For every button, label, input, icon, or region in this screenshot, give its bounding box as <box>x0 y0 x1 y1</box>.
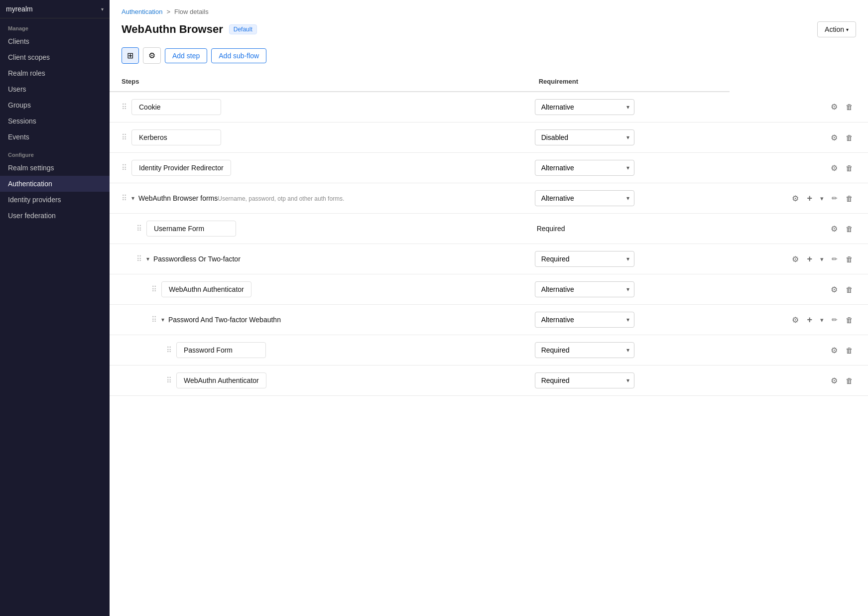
settings-icon-button[interactable]: ⚙ <box>828 100 841 114</box>
table-row: ⠿▾Password And Two-factor WebauthnAltern… <box>110 305 868 335</box>
add-icon-button[interactable]: + <box>804 191 815 206</box>
drag-handle[interactable]: ⠿ <box>122 103 126 112</box>
requirement-select[interactable]: AlternativeRequiredDisabledConditional <box>535 160 634 176</box>
step-name-box: Username Form <box>146 221 236 237</box>
breadcrumb-parent-link[interactable]: Authentication <box>122 8 162 15</box>
delete-icon-button[interactable]: 🗑 <box>843 253 856 265</box>
requirement-select[interactable]: AlternativeRequiredDisabledConditional <box>535 372 634 388</box>
requirement-select[interactable]: AlternativeRequiredDisabledConditional <box>535 99 634 115</box>
delete-icon-button[interactable]: 🗑 <box>843 344 856 357</box>
main-content: Authentication > Flow details WebAuthn B… <box>110 0 868 616</box>
drag-handle[interactable]: ⠿ <box>151 285 156 294</box>
delete-icon-button[interactable]: 🗑 <box>843 162 856 174</box>
drag-handle[interactable]: ⠿ <box>166 346 171 355</box>
configure-section-label: Configure <box>0 145 110 160</box>
sidebar: myrealm ▾ Manage Clients Client scopes R… <box>0 0 110 616</box>
delete-icon-button[interactable]: 🗑 <box>843 223 856 235</box>
requirement-select[interactable]: AlternativeRequiredDisabledConditional <box>535 312 634 328</box>
sidebar-item-sessions[interactable]: Sessions <box>0 113 110 129</box>
sidebar-item-users[interactable]: Users <box>0 81 110 97</box>
add-icon-button[interactable]: + <box>804 252 815 266</box>
drag-handle[interactable]: ⠿ <box>166 376 171 385</box>
table-row: ⠿Username FormRequired⚙🗑 <box>110 214 868 244</box>
expand-chevron-icon[interactable]: ▾ <box>131 195 134 202</box>
sidebar-item-events[interactable]: Events <box>0 129 110 145</box>
delete-icon-button[interactable]: 🗑 <box>843 131 856 144</box>
add-step-button[interactable]: Add step <box>165 48 207 63</box>
delete-icon-button[interactable]: 🗑 <box>843 314 856 326</box>
flow-table: Steps Requirement ⠿CookieAlternativeRequ… <box>110 72 868 396</box>
settings-icon-button[interactable]: ⚙ <box>789 313 802 327</box>
col-requirement-header: Requirement <box>527 72 730 92</box>
action-label: Action <box>825 25 844 33</box>
sidebar-item-authentication[interactable]: Authentication <box>0 176 110 192</box>
step-name-box: WebAuthn Authenticator <box>176 372 266 388</box>
diagram-icon: ⚙ <box>148 51 155 60</box>
requirement-select[interactable]: AlternativeRequiredDisabledConditional <box>535 251 634 267</box>
sidebar-item-groups[interactable]: Groups <box>0 97 110 113</box>
step-name-box: Identity Provider Redirector <box>131 160 231 176</box>
drag-handle[interactable]: ⠿ <box>122 163 126 172</box>
realm-selector[interactable]: myrealm ▾ <box>0 0 110 18</box>
delete-icon-button[interactable]: 🗑 <box>843 101 856 113</box>
delete-icon-button[interactable]: 🗑 <box>843 374 856 387</box>
sidebar-item-client-scopes[interactable]: Client scopes <box>0 49 110 65</box>
manage-section-label: Manage <box>0 18 110 33</box>
chevron-down-icon-button[interactable]: ▾ <box>817 193 827 204</box>
drag-handle[interactable]: ⠿ <box>151 315 156 324</box>
edit-icon-button[interactable]: ✏ <box>829 314 841 326</box>
chevron-down-icon-button[interactable]: ▾ <box>817 253 827 265</box>
table-row: ⠿▾Passwordless Or Two-factorAlternativeR… <box>110 244 868 274</box>
settings-icon-button[interactable]: ⚙ <box>789 192 802 205</box>
add-icon-button[interactable]: + <box>804 313 815 327</box>
page-header: WebAuthn Browser Default Action ▾ <box>110 15 868 47</box>
page-title-area: WebAuthn Browser Default <box>122 23 257 36</box>
requirement-select[interactable]: AlternativeRequiredDisabledConditional <box>535 129 634 145</box>
sidebar-item-realm-settings[interactable]: Realm settings <box>0 160 110 176</box>
edit-icon-button[interactable]: ✏ <box>829 253 841 265</box>
settings-icon-button[interactable]: ⚙ <box>828 374 841 387</box>
step-name-box: WebAuthn Authenticator <box>161 281 251 297</box>
settings-icon-button[interactable]: ⚙ <box>828 161 841 175</box>
table-row: ⠿WebAuthn AuthenticatorAlternativeRequir… <box>110 274 868 305</box>
settings-icon-button[interactable]: ⚙ <box>828 131 841 144</box>
drag-handle[interactable]: ⠿ <box>136 224 141 233</box>
chevron-down-icon-button[interactable]: ▾ <box>817 314 827 326</box>
delete-icon-button[interactable]: 🗑 <box>843 283 856 296</box>
add-sub-flow-button[interactable]: Add sub-flow <box>211 48 266 63</box>
table-row: ⠿KerberosAlternativeRequiredDisabledCond… <box>110 123 868 153</box>
requirement-select[interactable]: AlternativeRequiredDisabledConditional <box>535 342 634 358</box>
expand-chevron-icon[interactable]: ▾ <box>146 255 149 262</box>
table-row: ⠿Password FormAlternativeRequiredDisable… <box>110 335 868 366</box>
sidebar-item-identity-providers[interactable]: Identity providers <box>0 192 110 208</box>
step-name-box: Cookie <box>131 99 221 115</box>
settings-icon-button[interactable]: ⚙ <box>828 222 841 236</box>
delete-icon-button[interactable]: 🗑 <box>843 192 856 205</box>
expand-chevron-icon[interactable]: ▾ <box>161 316 164 323</box>
sidebar-item-clients[interactable]: Clients <box>0 33 110 49</box>
requirement-select[interactable]: AlternativeRequiredDisabledConditional <box>535 190 634 206</box>
col-steps-header: Steps <box>110 72 527 92</box>
table-view-button[interactable]: ⊞ <box>122 47 139 64</box>
action-button[interactable]: Action ▾ <box>817 21 856 37</box>
toolbar: ⊞ ⚙ Add step Add sub-flow <box>110 47 868 72</box>
action-chevron-icon: ▾ <box>846 27 849 32</box>
step-name-box: Kerberos <box>131 129 221 145</box>
settings-icon-button[interactable]: ⚙ <box>828 283 841 296</box>
requirement-static: Required <box>535 225 565 233</box>
realm-name: myrealm <box>6 5 33 13</box>
default-badge: Default <box>229 24 257 34</box>
drag-handle[interactable]: ⠿ <box>122 133 126 142</box>
edit-icon-button[interactable]: ✏ <box>829 192 841 204</box>
sidebar-item-realm-roles[interactable]: Realm roles <box>0 65 110 81</box>
table-row: ⠿CookieAlternativeRequiredDisabledCondit… <box>110 92 868 123</box>
settings-icon-button[interactable]: ⚙ <box>828 344 841 357</box>
diagram-view-button[interactable]: ⚙ <box>143 47 161 64</box>
requirement-select[interactable]: AlternativeRequiredDisabledConditional <box>535 281 634 297</box>
settings-icon-button[interactable]: ⚙ <box>789 252 802 266</box>
page-title: WebAuthn Browser <box>122 23 223 36</box>
step-group-label: Password And Two-factor Webauthn <box>168 316 281 324</box>
drag-handle[interactable]: ⠿ <box>136 254 141 263</box>
sidebar-item-user-federation[interactable]: User federation <box>0 208 110 224</box>
drag-handle[interactable]: ⠿ <box>122 194 126 203</box>
